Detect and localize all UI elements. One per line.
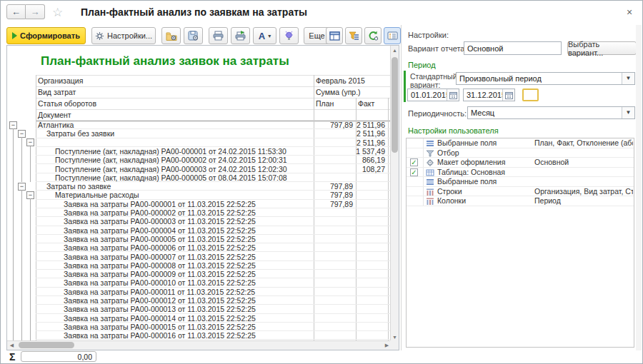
report-cell-document[interactable]: Заявка на затраты РА00-000015 от 11.03.2… [36, 323, 314, 331]
report-row[interactable]: Заявка на затраты РА00-000011 от 11.03.2… [36, 288, 392, 296]
print-now-button[interactable] [231, 27, 250, 44]
collapse-toggle[interactable]: − [26, 138, 34, 146]
user-setting-row[interactable]: ✓Таблица: Основная [407, 168, 634, 178]
report-row[interactable]: Заявка на затраты РА00-000012 от 11.03.2… [36, 296, 392, 305]
report-cell-document[interactable]: Заявка на затраты РА00-000008 от 11.03.2… [36, 261, 314, 270]
horizontal-scrollbar-thumb[interactable] [19, 342, 74, 348]
report-cell-fact[interactable] [356, 296, 388, 305]
report-cell-plan[interactable] [314, 261, 356, 270]
report-cell-fact[interactable] [356, 270, 388, 278]
user-settings-section-header[interactable]: Настройки пользователя [408, 126, 499, 135]
user-setting-row[interactable]: Выбранные поляПлан, Факт, Отклонение (аб… [407, 138, 634, 148]
collapse-toggle[interactable]: − [9, 121, 17, 129]
report-cell-plan[interactable] [314, 235, 356, 243]
report-header-turnover-item[interactable]: Статья оборотов [38, 98, 96, 109]
date-from-field[interactable]: 01.01.2015 [407, 89, 459, 101]
report-row[interactable]: Поступление (акт, накладная) РА00-000001… [36, 147, 392, 156]
report-cell-fact[interactable] [356, 235, 388, 243]
report-cell-plan[interactable] [314, 288, 356, 296]
report-cell-fact[interactable] [356, 243, 388, 252]
report-cell-fact[interactable] [356, 278, 388, 287]
report-row[interactable]: Затраты без заявки2 511,96 [36, 129, 392, 138]
report-cell-fact[interactable] [356, 331, 388, 340]
report-row[interactable]: Заявка на затраты РА00-000015 от 11.03.2… [36, 323, 392, 331]
collapse-toggle[interactable]: − [26, 191, 34, 199]
report-cell-document[interactable]: Заявка на затраты РА00-000005 от 11.03.2… [36, 235, 314, 243]
report-cell-document[interactable]: Заявка на затраты РА00-000001 от 11.03.2… [36, 200, 314, 208]
user-setting-row[interactable]: Выбранные поля [407, 177, 634, 187]
show-table-headers-button[interactable] [326, 27, 343, 44]
report-cell-plan[interactable]: 797,89 [314, 182, 356, 191]
report-header-period[interactable]: Февраль 2015 [316, 75, 365, 86]
report-cell-fact[interactable]: 2 511,96 [356, 129, 388, 138]
report-cell-fact[interactable]: 2 511,96 [356, 121, 388, 129]
report-row[interactable]: Заявка на затраты РА00-000006 от 11.03.2… [36, 243, 392, 252]
report-row[interactable]: Заявка на затраты РА00-000001 от 11.03.2… [36, 200, 392, 208]
back-button[interactable]: ← [6, 4, 26, 19]
report-row[interactable]: Заявка на затраты РА00-000014 от 11.03.2… [36, 314, 392, 323]
report-cell-document[interactable]: Заявка на затраты РА00-000016 от 11.03.2… [36, 331, 314, 340]
report-cell-fact[interactable] [356, 208, 388, 217]
report-row[interactable]: Заявка на затраты РА00-000016 от 11.03.2… [36, 331, 392, 340]
report-cell-document[interactable]: Заявка на затраты РА00-000009 от 11.03.2… [36, 270, 314, 278]
report-row[interactable]: Поступление (акт, накладная) РА00-000002… [36, 156, 392, 164]
report-cell-fact[interactable]: 108,27 [356, 165, 388, 173]
highlight-button[interactable] [279, 27, 299, 44]
calendar-icon[interactable] [447, 89, 459, 101]
report-cell-plan[interactable] [314, 147, 356, 156]
report-cell-document[interactable]: Поступление (акт, накладная) РА00-000001… [36, 147, 314, 156]
report-row[interactable]: Заявка на затраты РА00-000003 от 11.03.2… [36, 217, 392, 226]
report-cell-plan[interactable]: 797,89 [314, 200, 356, 208]
report-cell-fact[interactable] [356, 253, 388, 261]
open-variant-button[interactable] [161, 27, 181, 44]
choose-variant-button[interactable]: Выбрать вариант... [567, 41, 637, 55]
report-cell-document[interactable]: Заявка на затраты РА00-000004 от 11.03.2… [36, 226, 314, 235]
report-cell-document[interactable]: Затраты по заявке [36, 182, 314, 191]
report-cell-plan[interactable] [314, 296, 356, 305]
date-to-field[interactable]: 31.12.2015 [463, 89, 515, 101]
save-variant-button[interactable] [184, 27, 203, 44]
report-cell-document[interactable]: Атлантика [36, 121, 314, 129]
variant-input[interactable] [464, 41, 562, 55]
report-cell-fact[interactable]: 1 537,49 [356, 147, 388, 156]
report-header-document[interactable]: Документ [38, 109, 71, 121]
report-cell-document[interactable]: Заявка на затраты РА00-000011 от 11.03.2… [36, 288, 314, 296]
scroll-left-icon[interactable]: ◀ [7, 341, 16, 350]
report-row[interactable]: Заявка на затраты РА00-000013 от 11.03.2… [36, 305, 392, 313]
report-cell-plan[interactable] [314, 217, 356, 226]
report-cell-document[interactable] [36, 138, 314, 147]
report-cell-document[interactable]: Заявка на затраты РА00-000012 от 11.03.2… [36, 296, 314, 305]
report-header-organization[interactable]: Организация [38, 75, 83, 86]
report-cell-plan[interactable] [314, 226, 356, 235]
calendar-icon[interactable] [502, 89, 514, 101]
report-cell-plan[interactable] [314, 323, 356, 331]
report-cell-fact[interactable] [356, 305, 388, 313]
report-cell-fact[interactable]: 2 511,96 [356, 138, 388, 147]
report-cell-fact[interactable] [356, 200, 388, 208]
print-button[interactable] [209, 27, 228, 44]
vertical-scrollbar-thumb[interactable] [392, 57, 398, 153]
report-header-fact[interactable]: Факт [358, 98, 374, 109]
report-row[interactable]: Заявка на затраты РА00-000002 от 11.03.2… [36, 208, 392, 217]
collapse-toggle[interactable]: − [18, 130, 26, 138]
chevron-down-icon[interactable]: ▼ [622, 73, 634, 84]
report-cell-fact[interactable] [356, 314, 388, 323]
report-cell-plan[interactable] [314, 278, 356, 287]
horizontal-scrollbar[interactable]: ◀ ▶ [7, 340, 392, 350]
report-cell-fact[interactable] [356, 323, 388, 331]
report-cell-fact[interactable] [356, 288, 388, 296]
period-section-header[interactable]: Период [408, 61, 436, 69]
report-cell-fact[interactable] [356, 173, 388, 182]
report-cell-document[interactable]: Заявка на затраты РА00-000007 от 11.03.2… [36, 253, 314, 261]
report-cell-document[interactable]: Материальные расходы [36, 191, 314, 199]
report-header-sum[interactable]: Сумма (упр.) [316, 86, 361, 98]
report-cell-plan[interactable] [314, 253, 356, 261]
report-cell-plan[interactable] [314, 129, 356, 138]
pane-splitter[interactable] [401, 25, 402, 350]
user-setting-row[interactable]: СтрокиОрганизация, Вид затрат, Ста... [407, 187, 634, 197]
report-cell-plan[interactable] [314, 156, 356, 164]
user-setting-row[interactable]: КолонкиПериод [407, 196, 634, 206]
report-cell-document[interactable]: Поступление (акт, накладная) РА00-000002… [36, 156, 314, 164]
report-cell-document[interactable]: Заявка на затраты РА00-000006 от 11.03.2… [36, 243, 314, 252]
standard-variant-combo[interactable]: Произвольный период ▼ [456, 72, 635, 85]
